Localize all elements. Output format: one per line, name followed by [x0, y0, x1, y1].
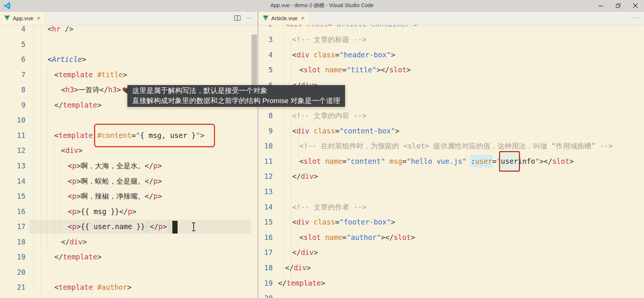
- code-token: ></: [381, 233, 393, 241]
- line-number: 13: [0, 158, 25, 174]
- line-number: 14: [0, 174, 25, 189]
- code-line-13[interactable]: 13<p>啊，大海，全是水。</p>: [0, 158, 257, 174]
- code-line-11[interactable]: 11<template #content="{ msg, user }">: [0, 128, 257, 143]
- line-number: 20: [0, 265, 25, 280]
- code-token: {{ msg }}: [81, 207, 119, 216]
- code-text: <div>: [61, 143, 82, 158]
- mouse-ibeam-cursor: [191, 222, 196, 232]
- code-token: <: [299, 157, 303, 165]
- code-line-17[interactable]: 17</div>: [258, 245, 644, 260]
- code-token: >: [117, 85, 121, 94]
- code-line-14[interactable]: 14<p>啊，蜈蚣，全是腿。</p>: [0, 174, 257, 189]
- code-token: template: [63, 253, 97, 261]
- code-line-10[interactable]: 10<!-- 在封装组件时，为预留的 <slot> 提供属性对应的值，这种用法，…: [258, 138, 644, 154]
- code-line-12[interactable]: 12<div>: [0, 143, 257, 158]
- code-token: =: [342, 157, 346, 165]
- restore-button[interactable]: [610, 0, 627, 11]
- code-token: <!-- 文章的内容 -->: [292, 111, 366, 120]
- split-editor-icon[interactable]: [234, 15, 241, 21]
- code-token: name: [325, 66, 342, 74]
- more-actions-icon[interactable]: ···: [246, 15, 253, 21]
- line-number: 8: [0, 82, 25, 97]
- code-line-16[interactable]: 16<slot name="author"></slot>: [258, 230, 644, 245]
- vue-icon: [263, 15, 269, 21]
- code-token: =: [335, 218, 339, 226]
- code-line-12[interactable]: 12</div>: [258, 169, 644, 184]
- line-number: 4: [258, 47, 273, 63]
- code-token: >: [76, 192, 81, 200]
- code-line-16[interactable]: 16<p>{{ msg }}</p>: [0, 204, 257, 219]
- tab-close-icon[interactable]: ×: [36, 15, 41, 21]
- code-token: name: [325, 157, 342, 165]
- code-token: {{ user.name }}: [81, 222, 145, 231]
- code-token: >: [82, 55, 86, 63]
- tooltip-line: 这里是属于解构写法，默认是接受一个对象: [132, 85, 340, 96]
- code-token: [309, 218, 314, 226]
- code-token: >: [569, 157, 574, 165]
- code-token: >: [314, 172, 318, 180]
- minimize-button[interactable]: [592, 0, 610, 11]
- code-line-21[interactable]: 21<template #author>: [0, 280, 257, 295]
- code-line-5[interactable]: 5: [0, 37, 257, 52]
- editor-group-divider[interactable]: [257, 11, 258, 298]
- code-token: msg: [389, 157, 402, 165]
- editor-app-vue[interactable]: 4<hr />56<Article>7<template #title>8<h3…: [0, 25, 257, 298]
- code-token: <!-- 在封装组件时，为预留的 <slot> 提供属性对应的值，这种用法，叫做…: [299, 142, 613, 150]
- code-line-18[interactable]: 18</div>: [0, 234, 257, 250]
- code-line-9[interactable]: 9<div class="content-box">: [258, 123, 644, 139]
- code-line-14[interactable]: 14<!-- 文章的作者 -->: [258, 199, 644, 215]
- code-token: template: [287, 279, 321, 287]
- tooltip-line: 直接解构成对象里的数据和之前学的结构 Promise 对象是一个道理: [132, 96, 340, 106]
- tab-close-icon[interactable]: ×: [300, 15, 305, 21]
- code-text: </div>: [61, 234, 87, 250]
- code-token: </: [145, 162, 153, 170]
- code-line-3[interactable]: 3<!-- 文章的标题 -->: [258, 32, 644, 47]
- code-token: Article: [52, 55, 82, 63]
- code-token: <: [292, 51, 296, 59]
- code-token: <: [61, 85, 65, 94]
- code-line-17[interactable]: 17<p>{{ user.name }}</p>: [0, 219, 257, 234]
- code-token: hr: [52, 25, 60, 33]
- line-number: 17: [258, 245, 273, 260]
- code-line-4[interactable]: 4<div class="header-box">: [258, 47, 644, 63]
- code-line-6[interactable]: 6<Article>: [0, 52, 257, 67]
- code-text: </div>: [292, 169, 318, 184]
- code-token: >: [76, 222, 81, 231]
- code-token: >: [306, 264, 311, 272]
- code-text: </template>: [54, 249, 102, 265]
- line-number: 17: [0, 219, 25, 234]
- code-line-5[interactable]: 5<slot name="title"></slot>: [258, 62, 644, 78]
- code-text: <!-- 文章的标题 -->: [292, 32, 366, 47]
- code-line-19[interactable]: 19</template>: [258, 276, 644, 291]
- code-line-20[interactable]: 20: [258, 291, 644, 298]
- code-text: </div>: [285, 260, 311, 276]
- code-line-7[interactable]: 7<template #title>: [0, 67, 257, 82]
- code-token: </: [285, 264, 294, 272]
- tab-app-vue[interactable]: App.vue ×: [0, 11, 46, 25]
- minimize-icon: [599, 3, 603, 8]
- code-line-8[interactable]: 8<!-- 文章的内容 -->: [258, 108, 644, 123]
- code-line-15[interactable]: 15<div class="footer-box">: [258, 214, 644, 230]
- code-token: [93, 283, 97, 291]
- code-token: <: [299, 66, 303, 74]
- code-token: <: [54, 70, 58, 79]
- code-token: "hello vue.js": [406, 157, 466, 165]
- code-line-13[interactable]: 13: [258, 184, 644, 199]
- close-window-button[interactable]: [627, 0, 644, 11]
- code-line-20[interactable]: 20: [0, 265, 257, 280]
- line-number: 9: [258, 123, 273, 139]
- code-token: name: [325, 233, 342, 241]
- code-token: ></: [539, 157, 552, 165]
- code-token: p: [128, 207, 132, 216]
- line-number: 5: [258, 62, 273, 78]
- code-line-15[interactable]: 15<p>啊，辣椒，净辣嘴。</p>: [0, 189, 257, 204]
- tab-article-vue[interactable]: Article.vue ×: [258, 11, 310, 25]
- code-token: slot: [394, 233, 411, 241]
- line-number: 13: [258, 184, 273, 199]
- code-line-19[interactable]: 19</template>: [0, 249, 257, 265]
- code-line-11[interactable]: 11<slot name="content" msg="hello vue.js…: [258, 154, 644, 169]
- editor-article-vue[interactable]: 2<div class="article-container">3<!-- 文章…: [258, 25, 644, 298]
- code-token: p: [72, 222, 76, 231]
- code-line-18[interactable]: 18</div>: [258, 260, 644, 276]
- more-actions-icon[interactable]: ···: [632, 15, 640, 21]
